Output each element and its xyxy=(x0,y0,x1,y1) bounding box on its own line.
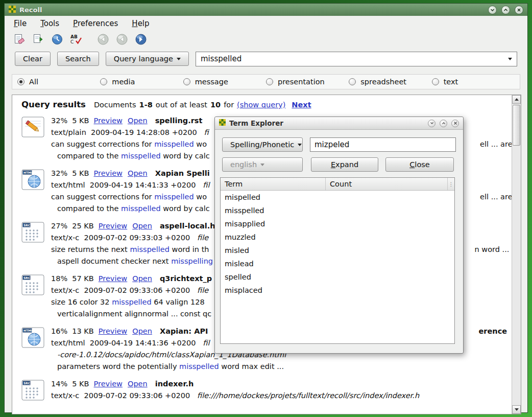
unshade-icon[interactable] xyxy=(501,6,510,14)
radio-icon[interactable] xyxy=(17,78,25,85)
file-type-txt-icon[interactable] xyxy=(21,115,51,162)
preview-link[interactable]: Preview xyxy=(94,380,123,388)
menu-help[interactable]: Help xyxy=(132,19,149,28)
text-segment: file:///home/dockes/projets/fulltext/rec… xyxy=(197,391,419,400)
file-size: 5 KB xyxy=(72,169,89,177)
scroll-down-button[interactable] xyxy=(512,405,521,414)
file-size: 57 KB xyxy=(72,274,94,283)
of-text: out of at least xyxy=(156,101,207,109)
open-link[interactable]: Open xyxy=(132,274,152,283)
preview-link[interactable]: Preview xyxy=(94,169,123,177)
close-icon[interactable] xyxy=(515,6,523,14)
file-type-src-icon[interactable]: SRC xyxy=(21,220,51,267)
text-segment: n word ... xyxy=(475,245,510,253)
term-row[interactable]: muzzled xyxy=(221,230,454,244)
open-link[interactable]: Open xyxy=(128,169,148,177)
window-titlebar[interactable]: Recoll xyxy=(5,4,527,16)
count-column-header[interactable]: Count xyxy=(326,178,447,190)
term-cell: misspelled xyxy=(225,206,264,215)
radio-icon[interactable] xyxy=(100,78,107,85)
results-scrollbar[interactable] xyxy=(512,95,521,414)
term-row[interactable]: misplaced xyxy=(221,284,454,297)
unshade-icon[interactable] xyxy=(440,120,447,127)
svg-text:HTML: HTML xyxy=(23,171,33,174)
text-segment: aspell-local.h xyxy=(160,222,215,230)
filter-spreadsheet[interactable]: spreadsheet xyxy=(349,78,431,86)
show-query-link[interactable]: (show query) xyxy=(237,101,285,109)
term-row[interactable]: misled xyxy=(221,244,454,257)
expand-button[interactable]: Expand xyxy=(311,157,378,172)
page-next-icon[interactable] xyxy=(134,33,148,46)
filter-message[interactable]: message xyxy=(183,78,266,86)
term-row[interactable]: misapplied xyxy=(221,217,454,230)
radio-icon[interactable] xyxy=(432,78,439,85)
term-explorer-icon[interactable]: ABC xyxy=(69,33,83,46)
filter-text[interactable]: text xyxy=(432,78,515,86)
page-first-icon[interactable] xyxy=(96,33,110,46)
scroll-up-button[interactable] xyxy=(512,95,521,104)
menu-preferences[interactable]: Preferences xyxy=(73,19,118,28)
text-segment: fil xyxy=(203,339,209,347)
preview-link[interactable]: Preview xyxy=(99,274,127,283)
search-row: Clear Search Query language xyxy=(5,48,527,70)
desktop: Recoll FileToolsPreferencesHelp ABC Clea… xyxy=(0,0,532,417)
shade-icon[interactable] xyxy=(488,6,497,14)
term-input[interactable] xyxy=(310,137,456,152)
close-button[interactable]: Close xyxy=(385,157,454,172)
filter-all[interactable]: All xyxy=(17,78,100,86)
radio-icon[interactable] xyxy=(183,78,190,85)
open-link[interactable]: Open xyxy=(132,327,152,335)
svg-text:C: C xyxy=(70,39,74,44)
dialog-titlebar[interactable]: Term Explorer xyxy=(215,117,463,130)
menu-file[interactable]: File xyxy=(14,19,27,28)
file-type-html-icon[interactable]: HTML xyxy=(21,168,51,215)
term-row[interactable]: misspelled xyxy=(221,204,454,217)
svg-text:AB: AB xyxy=(70,34,78,39)
result-headline: 18%57 KBPreviewOpenq3richtext_p xyxy=(51,273,212,285)
for-text: for xyxy=(224,101,234,109)
open-link[interactable]: Open xyxy=(128,117,148,125)
preview-link[interactable]: Preview xyxy=(99,222,127,230)
search-button[interactable]: Search xyxy=(57,52,99,66)
open-link[interactable]: Open xyxy=(132,222,152,230)
preview-link[interactable]: Preview xyxy=(99,327,127,335)
preview-link[interactable]: Preview xyxy=(94,117,123,125)
page-prev-icon[interactable] xyxy=(115,33,129,46)
file-type-html-icon[interactable]: HTML xyxy=(21,326,51,373)
term-row[interactable]: mislead xyxy=(221,257,454,270)
chevron-down-icon[interactable] xyxy=(508,58,512,60)
query-input[interactable] xyxy=(201,54,508,63)
text-segment: size 16 color 32 xyxy=(51,298,112,306)
clear-button[interactable]: Clear xyxy=(15,52,51,66)
text-segment: word max edit ... xyxy=(219,362,284,370)
history-icon[interactable] xyxy=(51,33,64,46)
highlight-term: misspelling xyxy=(171,257,213,265)
next-page-link[interactable]: Next xyxy=(292,101,311,109)
term-row[interactable]: spelled xyxy=(221,270,454,284)
query-language-combo[interactable]: Query language xyxy=(106,52,189,66)
header-menu-icon[interactable]: ⋮ xyxy=(447,178,454,190)
query-combobox[interactable] xyxy=(196,52,517,66)
file-type-src-icon[interactable]: SRC xyxy=(21,273,51,320)
highlight-term: misspelled xyxy=(154,140,194,148)
filter-media[interactable]: media xyxy=(100,78,183,86)
scrollbar-thumb[interactable] xyxy=(513,105,520,146)
close-icon[interactable] xyxy=(451,120,459,127)
term-column-header[interactable]: Term xyxy=(221,178,326,190)
text-segment: text/html 2009-04-19 14:41:33 +0200 xyxy=(51,181,203,189)
relevance-percent: 18% xyxy=(51,274,67,283)
radio-icon[interactable] xyxy=(266,78,273,85)
shade-icon[interactable] xyxy=(428,120,436,127)
filter-presentation[interactable]: presentation xyxy=(266,78,349,86)
term-row[interactable]: mispelled xyxy=(221,191,454,204)
file-type-src-icon[interactable]: SRC xyxy=(21,378,51,403)
update-index-icon[interactable] xyxy=(32,33,45,46)
menu-tools[interactable]: Tools xyxy=(40,19,59,28)
result-title: indexer.h xyxy=(155,380,194,388)
radio-icon[interactable] xyxy=(349,78,356,85)
open-link[interactable]: Open xyxy=(128,380,148,388)
clear-search-icon[interactable] xyxy=(13,33,26,46)
dialog-controls xyxy=(428,120,459,127)
term-table-header[interactable]: Term Count ⋮ xyxy=(221,178,454,191)
expansion-mode-combo[interactable]: Spelling/Phonetic xyxy=(222,137,303,152)
